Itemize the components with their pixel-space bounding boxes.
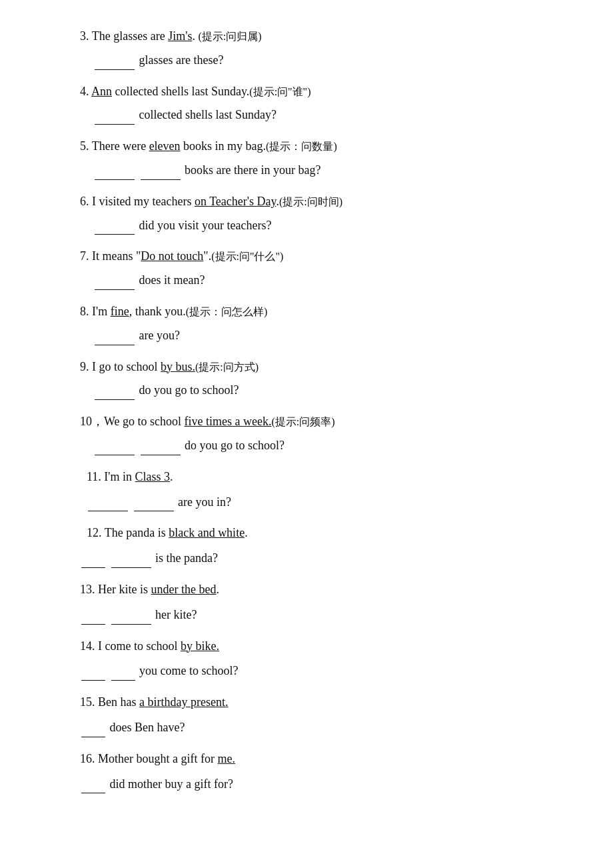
q14-answer-suffix: you come to school? [139, 664, 238, 677]
q12-underline: black and white [169, 526, 245, 539]
question-4-answer: collected shells last Sunday? [93, 105, 560, 125]
q16-answer-suffix: did mother buy a gift for? [110, 777, 233, 791]
question-3: 3. The glasses are Jim's. (提示:问归属) glass… [80, 27, 560, 70]
q8-answer-suffix: are you? [139, 329, 180, 342]
question-12: 12. The panda is black and white. is the… [80, 523, 560, 568]
question-7-answer: does it mean? [93, 270, 560, 290]
question-5: 5. There were eleven books in my bag.(提示… [80, 137, 560, 180]
q4-answer-suffix: collected shells last Sunday? [139, 108, 277, 121]
question-16-text: 16. Mother bought a gift for me. [80, 749, 560, 769]
q9-hint: (提示:问方式) [195, 361, 259, 373]
q8-hint: (提示：问怎么样) [186, 306, 268, 317]
question-11-text: 11. I'm in Class 3. [87, 467, 560, 487]
q7-blank1[interactable] [95, 270, 135, 290]
question-15-answer: does Ben have? [80, 717, 560, 737]
q14-underline: by bike. [181, 639, 219, 653]
q14-blank1[interactable] [81, 661, 105, 681]
question-6-answer: did you visit your teachers? [93, 215, 560, 235]
question-9-answer: do you go to school? [93, 380, 560, 400]
question-16: 16. Mother bought a gift for me. did mot… [80, 749, 560, 794]
worksheet: 3. The glasses are Jim's. (提示:问归属) glass… [80, 27, 560, 793]
q5-blank2[interactable] [141, 160, 181, 180]
question-10-answer: do you go to school? [93, 435, 560, 455]
q14-blank2[interactable] [111, 661, 135, 681]
q10-blank2[interactable] [141, 435, 181, 455]
q7-hint: (提示:问"什么") [211, 251, 283, 262]
q11-answer-suffix: are you in? [178, 495, 231, 509]
question-14-text: 14. I come to school by bike. [80, 637, 560, 656]
question-7-text: 7. It means "Do not touch".(提示:问"什么") [80, 247, 560, 266]
question-13-answer: her kite? [80, 605, 560, 625]
question-11: 11. I'm in Class 3. are you in? [80, 467, 560, 512]
q8-underline: fine [111, 305, 129, 318]
q7-answer-suffix: does it mean? [139, 273, 205, 287]
q3-underline: Jim's [168, 29, 192, 43]
question-5-text: 5. There were eleven books in my bag.(提示… [80, 137, 560, 156]
q13-underline: under the bed [151, 583, 216, 596]
q10-blank1[interactable] [95, 435, 135, 455]
question-10-text: 10，We go to school five times a week.(提示… [80, 412, 560, 431]
q16-underline: me. [217, 752, 235, 765]
q11-blank1[interactable] [88, 492, 128, 512]
question-9: 9. I go to school by bus.(提示:问方式) do you… [80, 357, 560, 401]
q12-blank2[interactable] [111, 548, 151, 568]
q4-blank1[interactable] [95, 105, 135, 125]
question-15-text: 15. Ben has a birthday present. [80, 693, 560, 712]
q6-hint: (提示:问时间) [279, 196, 342, 207]
q3-answer-suffix: glasses are these? [139, 53, 224, 67]
q15-underline: a birthday present. [139, 695, 228, 709]
q9-underline: by bus. [161, 360, 195, 373]
q13-blank1[interactable] [81, 605, 105, 625]
question-6-text: 6. I visited my teachers on Teacher's Da… [80, 192, 560, 211]
q6-answer-suffix: did you visit your teachers? [139, 219, 272, 232]
q8-blank1[interactable] [95, 325, 135, 345]
q15-blank1[interactable] [81, 717, 105, 737]
question-11-answer: are you in? [87, 492, 560, 512]
q10-answer-suffix: do you go to school? [185, 439, 285, 452]
question-8-answer: are you? [93, 325, 560, 345]
q6-underline: on Teacher's Day [195, 195, 276, 208]
q15-answer-suffix: does Ben have? [110, 721, 185, 734]
q10-hint: (提示:问频率) [272, 416, 335, 427]
q5-underline: eleven [149, 139, 181, 153]
q12-answer-suffix: is the panda? [155, 551, 218, 565]
question-12-answer: is the panda? [80, 548, 560, 568]
question-3-answer: glasses are these? [93, 50, 560, 70]
question-14: 14. I come to school by bike. you come t… [80, 637, 560, 681]
q9-answer-suffix: do you go to school? [139, 383, 239, 397]
q13-answer-suffix: her kite? [155, 608, 197, 621]
question-8-text: 8. I'm fine, thank you.(提示：问怎么样) [80, 302, 560, 321]
q13-blank2[interactable] [111, 605, 151, 625]
question-4-text: 4. Ann collected shells last Sunday.(提示:… [80, 82, 560, 101]
q12-blank1[interactable] [81, 548, 105, 568]
q11-blank2[interactable] [134, 492, 174, 512]
question-13-text: 13. Her kite is under the bed. [80, 580, 560, 599]
question-14-answer: you come to school? [80, 661, 560, 681]
q3-blank1[interactable] [95, 50, 135, 70]
question-8: 8. I'm fine, thank you.(提示：问怎么样) are you… [80, 302, 560, 345]
q16-blank1[interactable] [81, 774, 105, 794]
question-16-answer: did mother buy a gift for? [80, 774, 560, 794]
question-15: 15. Ben has a birthday present. does Ben… [80, 693, 560, 737]
question-7: 7. It means "Do not touch".(提示:问"什么") do… [80, 247, 560, 290]
q10-underline: five times a week. [185, 415, 272, 428]
question-13: 13. Her kite is under the bed. her kite? [80, 580, 560, 625]
q7-underline: Do not touch [141, 249, 203, 263]
question-9-text: 9. I go to school by bus.(提示:问方式) [80, 357, 560, 377]
question-12-text: 12. The panda is black and white. [87, 523, 560, 543]
q5-hint: (提示：问数量) [266, 141, 337, 152]
question-6: 6. I visited my teachers on Teacher's Da… [80, 192, 560, 235]
q9-blank1[interactable] [95, 380, 135, 400]
question-5-answer: books are there in your bag? [93, 160, 560, 180]
q5-answer-suffix: books are there in your bag? [185, 163, 320, 177]
q5-blank1[interactable] [95, 160, 135, 180]
q3-hint: (提示:问归属) [198, 31, 261, 42]
question-10: 10，We go to school five times a week.(提示… [80, 412, 560, 455]
q4-underline: Ann [91, 85, 112, 98]
question-4: 4. Ann collected shells last Sunday.(提示:… [80, 82, 560, 125]
q4-hint: (提示:问"谁") [249, 86, 310, 97]
question-3-text: 3. The glasses are Jim's. (提示:问归属) [80, 27, 560, 46]
q11-underline: Class 3 [135, 470, 171, 483]
q6-blank1[interactable] [95, 215, 135, 235]
